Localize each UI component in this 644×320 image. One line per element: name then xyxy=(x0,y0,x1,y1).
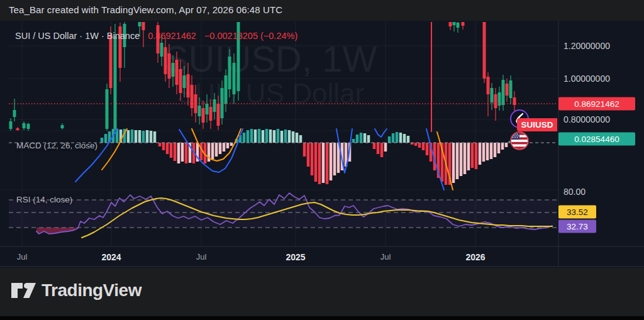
price-label: 80.00 xyxy=(564,187,586,197)
attribution-bar: Tea_Bar created with TradingView.com, Ap… xyxy=(0,0,644,21)
macd-line xyxy=(375,129,387,137)
time-axis[interactable]: Jul2024Jul2025Jul2026 xyxy=(0,246,557,268)
price-label: 1.00000000 xyxy=(564,74,610,84)
attribution-text: Tea_Bar created with TradingView.com, Ap… xyxy=(9,4,282,15)
tradingview-brand-text[interactable]: TradingView xyxy=(42,280,142,301)
us-flag-icon xyxy=(510,131,529,150)
footer-bar: TradingView xyxy=(0,268,644,316)
price-label: 0.80000000 xyxy=(564,114,610,124)
tradingview-snapshot: Tea_Bar created with TradingView.com, Ap… xyxy=(0,0,644,320)
macd-histogram xyxy=(101,129,523,185)
symbol-price-flag: SUIUSD xyxy=(517,118,557,131)
time-label: Jul xyxy=(196,252,207,262)
price-scale[interactable]: 1.200000001.000000000.8000000080.000.869… xyxy=(558,21,644,268)
time-label: 2024 xyxy=(101,252,121,262)
bottom-edge xyxy=(0,316,644,320)
symbol-title: SUI / US Dollar · 1W · Binance xyxy=(15,31,140,41)
symbol-price: 0.86921462 xyxy=(148,31,196,41)
time-label: 2026 xyxy=(465,252,485,262)
price-label: 1.20000000 xyxy=(564,41,610,51)
symbol-legend[interactable]: SUI / US Dollar · 1W · Binance 0.8692146… xyxy=(15,31,297,41)
time-label: Jul xyxy=(380,252,391,262)
price-badge: 0.02854460 xyxy=(558,133,635,146)
price-badge: 32.73 xyxy=(558,220,596,233)
time-label: 2025 xyxy=(286,252,305,262)
time-label: Jul xyxy=(17,252,28,262)
tradingview-logo-icon[interactable] xyxy=(10,281,36,300)
symbol-change: −0.00213205 (−0.24%) xyxy=(204,31,297,41)
rsi-pane-label[interactable]: RSI (14, close) xyxy=(16,195,72,204)
symbol-badge-text: SUIUSD xyxy=(521,120,553,130)
price-badge: 33.52 xyxy=(558,206,596,219)
macd-pane-label[interactable]: MACD (12, 26, close) xyxy=(16,141,97,150)
price-badge: 0.86921462 xyxy=(558,97,635,111)
chart-area[interactable]: SUIUSD, 1W SUI / US Dollar SUI / US Doll… xyxy=(0,21,644,268)
